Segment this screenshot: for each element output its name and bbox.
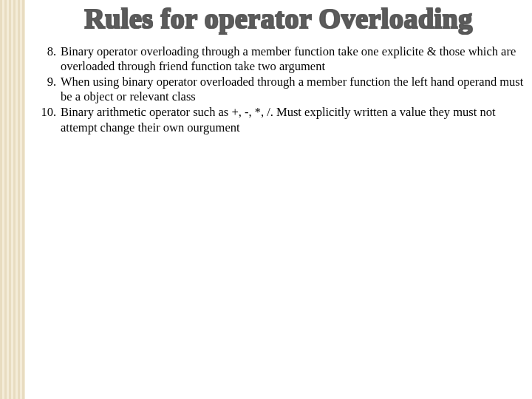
list-item: 8. Binary operator overloading through a…: [40, 44, 526, 74]
list-item-text: When using binary operator overloaded th…: [61, 75, 526, 104]
list-item-text: Binary arithmetic operator such as +, -,…: [61, 105, 526, 134]
slide-title: Rules for operator Overloading: [25, 0, 532, 44]
list-item-number: 8.: [40, 44, 61, 74]
list-item-number: 10.: [40, 105, 61, 134]
decorative-left-stripe: [0, 0, 25, 399]
list-item: 10. Binary arithmetic operator such as +…: [40, 105, 526, 134]
list-item-text: Binary operator overloading through a me…: [61, 44, 526, 74]
slide-content: Rules for operator Overloading 8. Binary…: [25, 0, 532, 399]
rules-list: 8. Binary operator overloading through a…: [25, 44, 532, 135]
list-item: 9. When using binary operator overloaded…: [40, 75, 526, 104]
list-item-number: 9.: [40, 75, 61, 104]
